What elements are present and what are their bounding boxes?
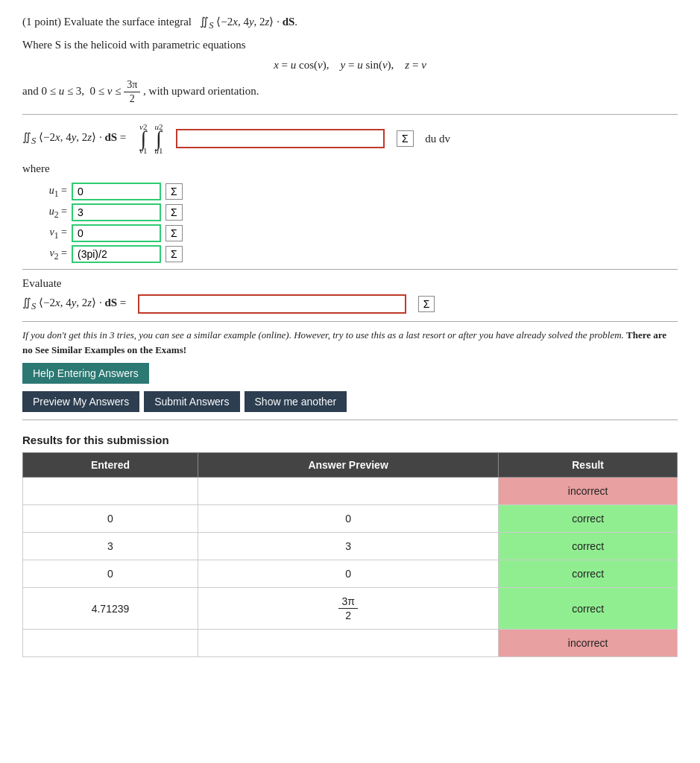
col-preview: Answer Preview: [198, 453, 498, 478]
v2-label: v2 =: [37, 247, 67, 262]
preview-cell: [198, 630, 498, 657]
v2-input[interactable]: [72, 245, 161, 263]
setup-lhs-integral: ∬S ⟨−2x, 4y, 2z⟩ · dS =: [22, 130, 126, 147]
hint-text: If you don't get this in 3 tries, you ca…: [22, 328, 678, 357]
parametric-equations: x = u cos(v), y = u sin(v), z = v: [22, 59, 678, 72]
middle-divider: [22, 269, 678, 270]
outer-integral: v2 ∫ v1: [139, 122, 147, 155]
parametric-section: Where S is the helicoid with parametric …: [22, 39, 678, 105]
u1-row: u1 = Σ: [37, 183, 678, 200]
orientation-fraction: 3π 2: [124, 79, 140, 105]
entered-cell: 0: [23, 505, 198, 533]
v2-row: v2 = Σ: [37, 245, 678, 263]
points-label: (1 point): [22, 16, 61, 28]
col-entered: Entered: [23, 453, 198, 478]
preview-cell: 3π 2: [198, 588, 498, 630]
preview-fraction: 3π 2: [338, 595, 357, 621]
integral-notation: ∬S ⟨−2x, 4y, 2z⟩ · dS.: [200, 16, 297, 28]
integral-setup-row: ∬S ⟨−2x, 4y, 2z⟩ · dS = v2 ∫ v1 u2 ∫ u1 …: [22, 122, 678, 155]
table-row: 0 0 correct: [23, 505, 678, 533]
v1-input[interactable]: [72, 224, 161, 242]
result-cell: correct: [499, 505, 678, 533]
preview-cell: [198, 478, 498, 505]
hint-bold: There are no See Similar Examples on the…: [22, 329, 666, 355]
table-row: incorrect: [23, 478, 678, 505]
inner-integral: u2 ∫ u1: [154, 122, 163, 155]
help-entering-button[interactable]: Help Entering Answers: [22, 363, 149, 384]
results-header-row: Entered Answer Preview Result: [23, 453, 678, 478]
evaluate-section: Evaluate ∬S ⟨−2x, 4y, 2z⟩ · dS = Σ: [22, 277, 678, 314]
results-section: Results for this submission Entered Answ…: [22, 434, 678, 657]
entered-cell: 0: [23, 560, 198, 588]
entered-cell: 4.71239: [23, 588, 198, 630]
final-integral-row: ∬S ⟨−2x, 4y, 2z⟩ · dS = Σ: [22, 294, 678, 314]
where-label: where: [22, 162, 50, 174]
integrand-input[interactable]: [176, 129, 385, 148]
entered-cell: 3: [23, 533, 198, 560]
u2-row: u2 = Σ: [37, 203, 678, 221]
problem-statement: (1 point) Evaluate the surface integral …: [22, 15, 678, 31]
submit-button[interactable]: Submit Answers: [144, 391, 239, 412]
evaluate-label: Evaluate: [22, 277, 678, 290]
preview-cell: 0: [198, 505, 498, 533]
help-button-row: Help Entering Answers: [22, 363, 678, 384]
results-title: Results for this submission: [22, 434, 678, 446]
table-row: incorrect: [23, 630, 678, 657]
show-another-button[interactable]: Show me another: [245, 391, 347, 412]
top-divider: [22, 114, 678, 115]
v1-sigma-button[interactable]: Σ: [165, 225, 183, 241]
u1-sigma-button[interactable]: Σ: [165, 183, 183, 200]
entered-cell: [23, 478, 198, 505]
instruction-text: Evaluate the surface integral: [64, 16, 192, 28]
where-text: Where S is the helicoid with parametric …: [22, 39, 678, 51]
hint-main: If you don't get this in 3 tries, you ca…: [22, 329, 666, 355]
result-cell: correct: [499, 533, 678, 560]
results-divider: [22, 420, 678, 420]
where-section: where: [22, 162, 678, 175]
table-row: 3 3 correct: [23, 533, 678, 560]
v2-sigma-button[interactable]: Σ: [165, 246, 183, 262]
preview-cell: 3: [198, 533, 498, 560]
v1-label: v1 =: [37, 227, 67, 241]
preview-cell: 0: [198, 560, 498, 588]
result-cell: correct: [499, 588, 678, 630]
table-row: 4.71239 3π 2 correct: [23, 588, 678, 630]
preview-button[interactable]: Preview My Answers: [22, 391, 139, 412]
final-answer-input[interactable]: [138, 294, 406, 314]
u2-input[interactable]: [72, 203, 161, 221]
result-cell: incorrect: [499, 478, 678, 505]
table-row: 0 0 correct: [23, 560, 678, 588]
u1-input[interactable]: [72, 183, 161, 200]
result-cell: correct: [499, 560, 678, 588]
bounds-table: u1 = Σ u2 = Σ v1 = Σ v2 = Σ: [37, 183, 678, 263]
u2-sigma-button[interactable]: Σ: [165, 204, 183, 221]
result-cell: incorrect: [499, 630, 678, 657]
u1-label: u1 =: [37, 185, 67, 199]
final-lhs: ∬S ⟨−2x, 4y, 2z⟩ · dS =: [22, 296, 126, 312]
integrand-sigma-button[interactable]: Σ: [397, 130, 414, 147]
bottom-divider: [22, 321, 678, 322]
v1-row: v1 = Σ: [37, 224, 678, 242]
results-table: Entered Answer Preview Result incorrect …: [22, 452, 678, 657]
col-result: Result: [499, 453, 678, 478]
action-button-row: Preview My Answers Submit Answers Show m…: [22, 391, 678, 412]
du-dv-label: du dv: [425, 133, 450, 145]
final-sigma-button[interactable]: Σ: [418, 296, 435, 312]
orientation-line: and 0 ≤ u ≤ 3, 0 ≤ v ≤ 3π 2 , with upwar…: [22, 79, 678, 105]
u2-label: u2 =: [37, 206, 67, 220]
entered-cell: [23, 630, 198, 657]
